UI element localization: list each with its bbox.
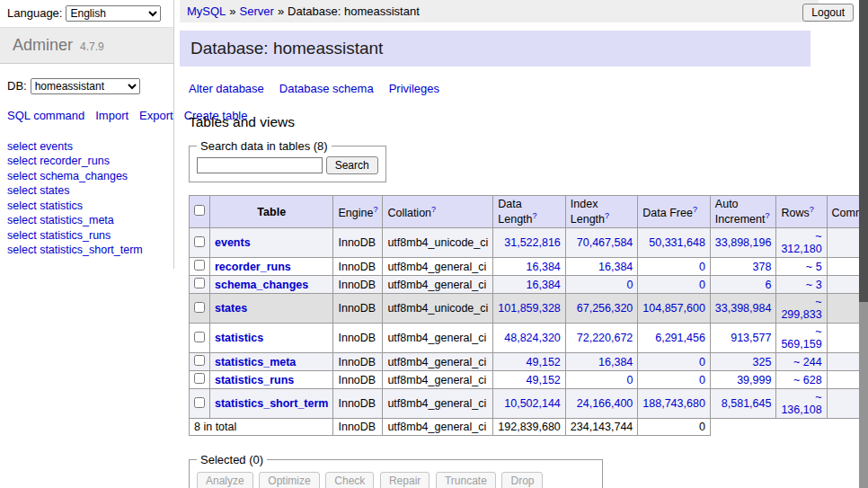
data-length-link[interactable]: 48,824,320 xyxy=(504,332,561,344)
index-length-link[interactable]: 0 xyxy=(626,374,633,386)
data-free-link[interactable]: 104,857,600 xyxy=(642,302,705,315)
row-checkbox[interactable] xyxy=(194,302,205,313)
data-length-link[interactable]: 49,152 xyxy=(527,374,561,386)
index-length-link[interactable]: 70,467,584 xyxy=(577,236,633,249)
data-free-link[interactable]: 0 xyxy=(699,261,705,273)
row-checkbox[interactable] xyxy=(194,355,205,366)
index-length-link[interactable]: 67,256,320 xyxy=(577,302,633,315)
db-select[interactable]: homeassistant xyxy=(31,78,140,94)
auto-increment-link[interactable]: 6 xyxy=(765,279,771,291)
rows-count-link[interactable]: ~ 136,108 xyxy=(781,391,821,416)
logout-button[interactable]: Logout xyxy=(802,4,854,22)
breadcrumb-mysql-link[interactable]: MySQL xyxy=(187,4,226,18)
sql-command-link[interactable]: SQL command xyxy=(7,109,84,122)
repair-button[interactable]: Repair xyxy=(380,472,430,488)
table-row: statistics InnoDB utf8mb4_general_ci 48,… xyxy=(190,324,868,353)
row-checkbox[interactable] xyxy=(194,397,205,408)
rows-count-link[interactable]: ~ 628 xyxy=(793,374,822,386)
sidebar-item-select-statistics-runs[interactable]: select statistics_runs xyxy=(7,228,166,244)
data-length-link[interactable]: 49,152 xyxy=(527,356,561,368)
engine-cell: InnoDB xyxy=(333,389,383,419)
table-link-events[interactable]: events xyxy=(215,236,251,249)
data-free-link[interactable]: 6,291,456 xyxy=(655,332,705,344)
column-header-table: Table xyxy=(210,196,333,228)
data-free-link[interactable]: 0 xyxy=(699,279,705,291)
sidebar-item-select-statistics[interactable]: select statistics xyxy=(7,199,166,214)
optimize-button[interactable]: Optimize xyxy=(259,472,319,488)
table-link-statistics-meta[interactable]: statistics_meta xyxy=(215,356,296,368)
help-link[interactable]: ? xyxy=(765,211,769,220)
auto-increment-link[interactable]: 325 xyxy=(753,356,772,368)
index-length-link[interactable]: 72,220,672 xyxy=(577,332,633,344)
scrollbar-thumb[interactable] xyxy=(859,0,868,302)
row-checkbox[interactable] xyxy=(194,332,205,342)
search-button[interactable]: Search xyxy=(326,156,378,174)
auto-increment-link[interactable]: 378 xyxy=(753,261,772,273)
privileges-link[interactable]: Privileges xyxy=(389,82,439,95)
breadcrumb-server-link[interactable]: Server xyxy=(240,4,274,18)
sidebar-item-select-schema-changes[interactable]: select schema_changes xyxy=(7,169,166,184)
sidebar-item-select-events[interactable]: select events xyxy=(7,139,166,155)
table-link-statistics-runs[interactable]: statistics_runs xyxy=(215,374,294,386)
collation-cell: utf8mb4_general_ci xyxy=(383,276,493,294)
auto-increment-link[interactable]: 33,398,984 xyxy=(715,302,772,315)
data-free-link[interactable]: 188,743,680 xyxy=(642,397,705,410)
import-link[interactable]: Import xyxy=(95,109,128,122)
export-link[interactable]: Export xyxy=(139,109,173,122)
data-free-link[interactable]: 50,331,648 xyxy=(649,236,705,249)
row-checkbox[interactable] xyxy=(194,373,205,384)
help-link[interactable]: ? xyxy=(431,205,436,214)
help-link[interactable]: ? xyxy=(605,211,609,220)
data-length-link[interactable]: 31,522,816 xyxy=(504,236,561,249)
truncate-button[interactable]: Truncate xyxy=(436,472,496,488)
sidebar-item-select-statistics-short-term[interactable]: select statistics_short_term xyxy=(7,243,166,258)
selected-legend: Selected (0) xyxy=(197,453,267,466)
auto-increment-link[interactable]: 8,581,645 xyxy=(722,397,772,410)
vertical-scrollbar[interactable] xyxy=(859,0,868,488)
language-select[interactable]: English xyxy=(66,5,161,22)
column-header-index-length: Index Length? xyxy=(565,196,638,228)
auto-increment-link[interactable]: 913,577 xyxy=(731,332,771,344)
alter-database-link[interactable]: Alter database xyxy=(189,82,264,95)
table-link-recorder-runs[interactable]: recorder_runs xyxy=(215,261,291,273)
select-all-checkbox[interactable] xyxy=(194,205,205,216)
data-length-link[interactable]: 101,859,328 xyxy=(498,302,561,315)
data-free-link[interactable]: 0 xyxy=(699,374,705,386)
breadcrumb-current: Database: homeassistant xyxy=(288,4,420,18)
check-button[interactable]: Check xyxy=(325,472,374,488)
table-link-statistics[interactable]: statistics xyxy=(215,332,263,344)
auto-increment-link[interactable]: 33,898,196 xyxy=(715,236,772,249)
help-link[interactable]: ? xyxy=(533,211,537,220)
index-length-link[interactable]: 16,384 xyxy=(598,356,633,368)
table-link-states[interactable]: states xyxy=(215,302,247,315)
rows-count-link[interactable]: ~ 5 xyxy=(806,261,822,273)
analyze-button[interactable]: Analyze xyxy=(197,472,253,488)
rows-count-link[interactable]: ~ 569,159 xyxy=(781,325,821,350)
rows-count-link[interactable]: ~ 244 xyxy=(793,356,822,368)
row-checkbox[interactable] xyxy=(194,236,205,247)
data-length-link[interactable]: 10,502,144 xyxy=(504,397,561,410)
index-length-link[interactable]: 16,384 xyxy=(598,261,633,273)
data-free-link[interactable]: 0 xyxy=(699,356,705,368)
search-input[interactable] xyxy=(197,157,323,173)
table-link-schema-changes[interactable]: schema_changes xyxy=(215,279,308,291)
auto-increment-link[interactable]: 39,999 xyxy=(737,374,771,386)
sidebar-item-select-statistics-meta[interactable]: select statistics_meta xyxy=(7,213,166,228)
table-link-statistics-short-term[interactable]: statistics_short_term xyxy=(215,397,328,410)
index-length-link[interactable]: 24,166,400 xyxy=(577,397,633,410)
row-checkbox[interactable] xyxy=(194,278,205,288)
index-length-link[interactable]: 0 xyxy=(626,279,633,291)
rows-count-link[interactable]: ~ 299,833 xyxy=(781,296,821,321)
rows-count-link[interactable]: ~ 312,180 xyxy=(781,230,821,255)
sidebar-item-select-recorder-runs[interactable]: select recorder_runs xyxy=(7,154,166,169)
row-checkbox[interactable] xyxy=(194,260,205,271)
help-link[interactable]: ? xyxy=(693,205,697,214)
database-schema-link[interactable]: Database schema xyxy=(279,82,374,95)
data-length-link[interactable]: 16,384 xyxy=(527,279,561,291)
drop-button[interactable]: Drop xyxy=(501,472,543,488)
data-length-link[interactable]: 16,384 xyxy=(527,261,561,273)
help-link[interactable]: ? xyxy=(373,205,377,214)
rows-count-link[interactable]: ~ 3 xyxy=(806,279,822,291)
sidebar-item-select-states[interactable]: select states xyxy=(7,183,166,199)
help-link[interactable]: ? xyxy=(810,205,814,214)
